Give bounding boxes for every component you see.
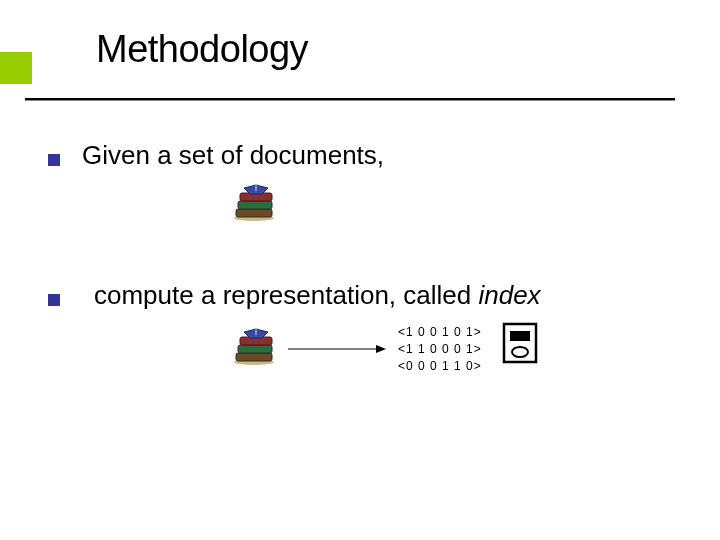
title-accent-square [0, 52, 32, 84]
svg-rect-5 [236, 353, 272, 361]
title-rule-shadow [25, 100, 675, 101]
bullet-marker [48, 294, 60, 306]
bullet-text-2-prefix: compute a representation, called [94, 280, 478, 310]
bullet-text-2-italic: index [478, 280, 540, 310]
slide: Methodology Given a set of documents, co… [0, 0, 720, 540]
bullet-text-2: compute a representation, called index [94, 280, 541, 311]
vector-line-3: <0 0 0 1 1 0> [398, 359, 482, 373]
bullet-row-2: compute a representation, called index [48, 280, 541, 311]
database-icon [500, 320, 540, 366]
svg-rect-6 [238, 345, 272, 353]
arrow-icon [288, 343, 388, 355]
bullet-row-1: Given a set of documents, [48, 140, 384, 171]
vector-line-2: <1 1 0 0 0 1> [398, 342, 482, 356]
index-vectors: <1 0 0 1 0 1> <1 1 0 0 0 1> <0 0 0 1 1 0… [398, 324, 482, 375]
books-icon [230, 326, 278, 366]
books-icon [230, 182, 278, 222]
svg-rect-11 [510, 331, 530, 341]
svg-rect-2 [238, 201, 272, 209]
svg-rect-1 [236, 209, 272, 217]
bullet-text-1: Given a set of documents, [82, 140, 384, 171]
svg-marker-9 [376, 345, 386, 353]
bullet-marker [48, 154, 60, 166]
slide-title: Methodology [96, 28, 308, 71]
vector-line-1: <1 0 0 1 0 1> [398, 325, 482, 339]
